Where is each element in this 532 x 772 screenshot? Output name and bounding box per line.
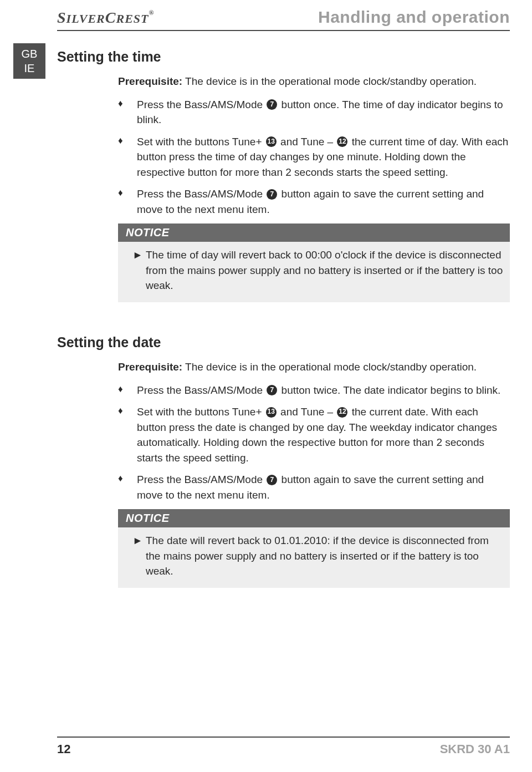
- notice-text: The date will revert back to 01.01.2010:…: [146, 533, 503, 579]
- chapter-title: Handling and operation: [318, 8, 510, 27]
- step-item: ♦ Press the Bass/AMS/Mode 7 button again…: [118, 472, 510, 502]
- lang-ie: IE: [24, 61, 35, 75]
- registered-icon: ®: [149, 9, 155, 17]
- diamond-bullet-icon: ♦: [118, 383, 137, 398]
- step-text: Press the Bass/AMS/Mode 7 button again t…: [137, 186, 510, 217]
- notice-box: NOTICE ► The time of day will revert bac…: [118, 224, 510, 302]
- diamond-bullet-icon: ♦: [118, 97, 137, 128]
- model-number: SKRD 30 A1: [440, 742, 510, 756]
- ref-badge: 12: [337, 407, 347, 418]
- step-text: Set with the buttons Tune+ 13 and Tune –…: [137, 134, 510, 180]
- notice-item: ► The time of day will revert back to 00…: [118, 242, 510, 302]
- notice-item: ► The date will revert back to 01.01.201…: [118, 527, 510, 588]
- ref-badge: 13: [266, 136, 277, 147]
- page-footer: 12 SKRD 30 A1: [0, 737, 532, 756]
- diamond-bullet-icon: ♦: [118, 404, 137, 465]
- ref-badge: 7: [267, 99, 277, 110]
- lang-gb: GB: [22, 47, 38, 61]
- step-text: Press the Bass/AMS/Mode 7 button twice. …: [137, 383, 510, 398]
- triangle-bullet-icon: ►: [132, 533, 146, 579]
- diamond-bullet-icon: ♦: [118, 186, 137, 217]
- section-setting-date: Setting the date Prerequisite: The devic…: [57, 334, 510, 588]
- step-text: Set with the buttons Tune+ 13 and Tune –…: [137, 404, 510, 465]
- brand-logo: SILVERCREST®: [57, 9, 154, 27]
- ref-badge: 7: [267, 475, 277, 485]
- notice-text: The time of day will revert back to 00:0…: [146, 247, 503, 293]
- section-setting-time: Setting the time Prerequisite: The devic…: [57, 49, 510, 302]
- logo-s: S: [57, 9, 66, 26]
- logo-ilver: ILVER: [66, 12, 105, 26]
- prereq-text: The device is in the operational mode cl…: [182, 75, 477, 87]
- notice-header: NOTICE: [118, 509, 510, 527]
- prereq-text: The device is in the operational mode cl…: [182, 361, 477, 373]
- ref-badge: 13: [266, 407, 277, 418]
- prerequisite-line: Prerequisite: The device is in the opera…: [118, 74, 510, 89]
- prereq-label: Prerequisite:: [118, 361, 182, 373]
- notice-box: NOTICE ► The date will revert back to 01…: [118, 509, 510, 588]
- notice-header: NOTICE: [118, 224, 510, 242]
- prereq-label: Prerequisite:: [118, 75, 182, 87]
- ref-badge: 7: [267, 189, 277, 200]
- step-item: ♦ Press the Bass/AMS/Mode 7 button twice…: [118, 383, 510, 398]
- section-heading: Setting the time: [57, 49, 510, 65]
- step-item: ♦ Set with the buttons Tune+ 13 and Tune…: [118, 134, 510, 180]
- logo-c: C: [105, 9, 116, 26]
- diamond-bullet-icon: ♦: [118, 472, 137, 502]
- diamond-bullet-icon: ♦: [118, 134, 137, 180]
- step-text: Press the Bass/AMS/Mode 7 button again t…: [137, 472, 510, 502]
- page-number: 12: [57, 742, 70, 756]
- ref-badge: 7: [267, 385, 277, 395]
- page-header: SILVERCREST® Handling and operation: [57, 8, 510, 31]
- step-text: Press the Bass/AMS/Mode 7 button once. T…: [137, 97, 510, 128]
- step-item: ♦ Press the Bass/AMS/Mode 7 button again…: [118, 186, 510, 217]
- step-item: ♦ Set with the buttons Tune+ 13 and Tune…: [118, 404, 510, 465]
- section-heading: Setting the date: [57, 334, 510, 351]
- step-item: ♦ Press the Bass/AMS/Mode 7 button once.…: [118, 97, 510, 128]
- prerequisite-line: Prerequisite: The device is in the opera…: [118, 359, 510, 375]
- ref-badge: 12: [337, 136, 347, 147]
- logo-rest: REST: [116, 12, 149, 26]
- triangle-bullet-icon: ►: [132, 247, 146, 293]
- language-tab: GB IE: [13, 43, 45, 79]
